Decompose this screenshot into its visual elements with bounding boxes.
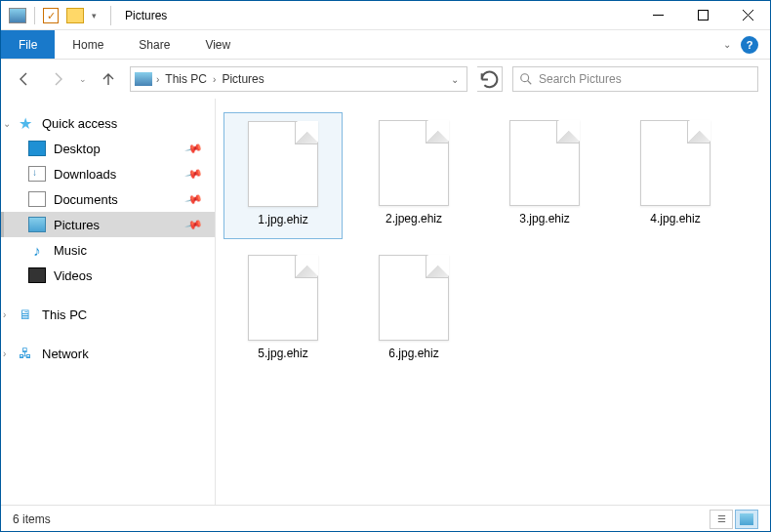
chevron-right-icon[interactable]: › (156, 74, 159, 85)
expand-icon[interactable]: › (3, 309, 6, 320)
star-icon: ★ (17, 115, 34, 131)
breadcrumb-item[interactable]: This PC (163, 72, 209, 86)
navigation-pane: ⌄ ★ Quick access Desktop 📌 Downloads 📌 D… (1, 99, 216, 505)
nav-label: Downloads (54, 167, 116, 182)
forward-button[interactable] (46, 67, 69, 91)
file-item[interactable]: 1.jpg.ehiz (223, 112, 343, 239)
status-text: 6 items (13, 512, 51, 526)
nav-label: Videos (54, 268, 93, 283)
pin-icon: 📌 (184, 164, 204, 184)
file-name: 2.jpeg.ehiz (386, 212, 442, 225)
computer-icon: 🖥 (17, 307, 34, 322)
nav-item-desktop[interactable]: Desktop 📌 (1, 136, 215, 161)
file-item[interactable]: 2.jpeg.ehiz (354, 112, 473, 239)
nav-item-music[interactable]: ♪ Music (1, 237, 215, 263)
file-name: 5.jpg.ehiz (258, 347, 307, 360)
file-name: 6.jpg.ehiz (388, 347, 438, 360)
search-input[interactable]: Search Pictures (512, 66, 758, 92)
qat-dropdown-icon[interactable]: ▾ (92, 11, 97, 20)
breadcrumb-item[interactable]: Pictures (220, 72, 265, 86)
file-item[interactable]: 6.jpg.ehiz (354, 247, 473, 374)
window-title: Pictures (125, 9, 167, 22)
nav-network[interactable]: › 🖧 Network (1, 341, 215, 366)
tab-home[interactable]: Home (55, 30, 121, 59)
nav-label: Desktop (54, 142, 101, 156)
main-content: ⌄ ★ Quick access Desktop 📌 Downloads 📌 D… (1, 99, 770, 505)
qat-newfolder-icon[interactable] (66, 8, 84, 23)
file-icon (379, 255, 449, 341)
svg-line-5 (528, 81, 532, 85)
search-icon (519, 72, 533, 86)
pin-icon: 📌 (184, 139, 204, 158)
ribbon: File Home Share View ⌄ ? (1, 30, 770, 60)
refresh-button[interactable] (477, 66, 503, 92)
chevron-right-icon[interactable]: › (213, 74, 216, 85)
nav-label: Documents (54, 192, 118, 207)
status-bar: 6 items ☰ (1, 505, 770, 532)
title-bar: ✓ ▾ Pictures (1, 1, 770, 30)
file-item[interactable]: 3.jpg.ehiz (485, 112, 604, 239)
file-item[interactable]: 5.jpg.ehiz (223, 247, 343, 374)
tab-share[interactable]: Share (121, 30, 187, 59)
minimize-button[interactable] (635, 1, 680, 30)
nav-label: Quick access (42, 116, 117, 131)
file-name: 1.jpg.ehiz (258, 213, 307, 226)
close-button[interactable] (725, 1, 770, 30)
file-list[interactable]: 1.jpg.ehiz2.jpeg.ehiz3.jpg.ehiz4.jpg.ehi… (216, 99, 770, 505)
help-button[interactable]: ? (741, 36, 758, 54)
view-details-button[interactable]: ☰ (710, 510, 733, 529)
location-icon (135, 72, 152, 86)
nav-item-videos[interactable]: Videos (1, 263, 215, 288)
file-item[interactable]: 4.jpg.ehiz (616, 112, 735, 239)
svg-point-4 (521, 74, 529, 82)
nav-label: Pictures (54, 218, 100, 232)
music-icon: ♪ (28, 242, 46, 258)
app-icon[interactable] (9, 8, 26, 23)
file-name: 3.jpg.ehiz (519, 212, 569, 225)
nav-this-pc[interactable]: › 🖥 This PC (1, 302, 215, 327)
view-thumbnails-button[interactable] (735, 510, 758, 529)
address-row: ⌄ › This PC › Pictures ⌄ Search Pictures (1, 60, 770, 99)
file-icon (640, 120, 710, 206)
nav-quick-access[interactable]: ⌄ ★ Quick access (1, 110, 215, 136)
address-dropdown-icon[interactable]: ⌄ (451, 74, 463, 85)
pin-icon: 📌 (184, 215, 204, 234)
tab-view[interactable]: View (187, 30, 248, 59)
file-icon (509, 120, 580, 206)
back-button[interactable] (13, 67, 36, 91)
desktop-icon (28, 141, 46, 156)
file-name: 4.jpg.ehiz (650, 212, 700, 225)
up-button[interactable] (97, 67, 120, 91)
nav-label: This PC (42, 307, 87, 322)
nav-item-pictures[interactable]: Pictures 📌 (1, 212, 215, 237)
file-icon (248, 121, 318, 207)
file-icon (248, 255, 318, 341)
file-tab[interactable]: File (1, 30, 55, 59)
svg-rect-1 (698, 11, 708, 20)
file-icon (379, 120, 449, 206)
qat-properties-icon[interactable]: ✓ (43, 8, 59, 23)
expand-icon[interactable]: › (3, 348, 6, 359)
nav-item-downloads[interactable]: Downloads 📌 (1, 161, 215, 186)
nav-label: Network (42, 347, 89, 361)
nav-item-documents[interactable]: Documents 📌 (1, 186, 215, 212)
address-bar[interactable]: › This PC › Pictures ⌄ (130, 66, 467, 92)
documents-icon (28, 191, 46, 207)
downloads-icon (28, 166, 46, 182)
nav-label: Music (54, 243, 87, 258)
network-icon: 🖧 (17, 346, 34, 361)
videos-icon (28, 267, 46, 283)
maximize-button[interactable] (680, 1, 725, 30)
recent-dropdown-icon[interactable]: ⌄ (79, 74, 87, 84)
pictures-icon (28, 217, 46, 232)
collapse-icon[interactable]: ⌄ (3, 118, 11, 129)
pin-icon: 📌 (184, 189, 204, 209)
ribbon-expand-icon[interactable]: ⌄ (723, 39, 731, 50)
search-placeholder: Search Pictures (539, 72, 622, 86)
